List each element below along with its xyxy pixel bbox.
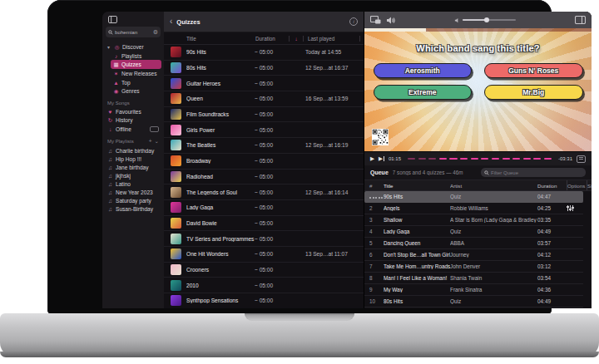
quiz-title: Radiohead	[186, 174, 255, 180]
lyrics-toggle-icon[interactable]	[577, 155, 586, 163]
sidebar-playlist-item[interactable]: ♫ New Year 2023	[105, 188, 161, 196]
quiz-duration: ~ 05:00	[255, 189, 288, 195]
column-artist[interactable]: Artist	[450, 183, 537, 189]
column-options[interactable]: Options	[567, 180, 587, 190]
answer-button[interactable]: Mr.Big	[484, 85, 583, 100]
queue-row[interactable]: 10 80s Hits Quiz 04:49	[364, 296, 583, 307]
quizzes-panel: ‹ Quizzes i Title Duration ↓ Last played…	[164, 12, 364, 308]
column-number[interactable]: #	[364, 183, 384, 189]
quiz-duration: ~ 05:00	[255, 96, 288, 101]
sidebar-playlist-item[interactable]: ♫ Charlie birthday	[105, 146, 161, 155]
queue-row[interactable]: 8 Man! I Feel Like a Woman! Shania Twain…	[364, 273, 583, 284]
sidebar-item[interactable]: ↓ Offline	[105, 125, 161, 133]
quiz-list-row[interactable]: 2010 ~ 05:00	[164, 278, 364, 293]
answer-button[interactable]: Extreme	[374, 85, 473, 100]
play-button[interactable]: ▶	[370, 156, 374, 162]
sidebar-item-discover[interactable]: ▾ ◎ Discover	[105, 42, 161, 52]
sidebar-item-label: Favourites	[116, 109, 141, 115]
quiz-artwork	[171, 78, 181, 89]
queue-row[interactable]: 2 Angels Robbie Williams 04:25	[364, 203, 583, 214]
laptop: bohemian ⚙ ▾ ◎ Discover ♪ Playlists	[0, 0, 599, 364]
quiz-list-row[interactable]: Synthpop Sensations ~ 05:00	[164, 293, 364, 308]
player-panel: Which band sang this title? Aerosmith Gu…	[364, 12, 592, 308]
sidebar-item[interactable]: ▦ Quizzes	[111, 60, 161, 69]
sidebar-playlist-item[interactable]: ♫ Hip Hop !!!	[105, 155, 161, 163]
filter-queue-input[interactable]: Filter Queue	[481, 168, 586, 177]
queue-row[interactable]: 90s Hits Quiz 04:47	[364, 191, 583, 203]
quiz-list-row[interactable]: The Legends of Soul ~ 05:00 12 Sep…at 16…	[164, 184, 364, 200]
song-progress-segments[interactable]	[405, 158, 554, 160]
quiz-list-row[interactable]: David Bowie ~ 05:00	[164, 216, 364, 232]
quiz-duration: ~ 05:00	[255, 49, 288, 55]
back-button[interactable]: ‹	[170, 17, 172, 26]
sidebar-item[interactable]: ♪ Playlists	[111, 52, 161, 60]
queue-row[interactable]: 6 Don't Stop Be…all Town Girl) Journey 0…	[364, 249, 583, 261]
volume-slider[interactable]	[454, 17, 516, 23]
queue-row[interactable]: 7 Take Me Hom…untry Roads John Denver 03…	[364, 261, 583, 273]
pitch-options-icon[interactable]	[567, 205, 574, 211]
discover-items: ♪ Playlists ▦ Quizzes ✶ New Releases	[102, 52, 164, 96]
queue-row[interactable]: 3 Shallow A Star is Born (Lady Gaga & Br…	[364, 214, 583, 226]
volume-knob[interactable]	[484, 17, 489, 22]
quiz-list-row[interactable]: Radiohead ~ 05:00	[164, 170, 364, 185]
search-input[interactable]: bohemian ⚙	[106, 27, 161, 37]
queue-row-number: 4	[369, 229, 373, 234]
chevron-down-icon[interactable]: ⌄	[155, 138, 159, 145]
sidebar-playlist-item[interactable]: ♫ Latino	[105, 180, 161, 188]
quiz-list-row[interactable]: Guitar Heroes ~ 05:00	[164, 76, 364, 91]
sidebar-playlist-item[interactable]: ♫ Susan-Birthday	[105, 204, 161, 213]
sidebar-item[interactable]: ✶ New Releases	[111, 69, 161, 78]
next-track-button[interactable]: ▶	[379, 156, 384, 162]
sidebar-playlist-item[interactable]: ♫ jkjhskj	[105, 171, 161, 180]
quiz-list-row[interactable]: Crooners ~ 05:00	[164, 263, 364, 278]
queue-row[interactable]: 5 Dancing Queen ABBA 03:57	[364, 238, 583, 249]
sidebar-item[interactable]: ↻ History	[105, 116, 161, 125]
column-duration[interactable]: Duration	[255, 36, 290, 42]
quiz-list-row[interactable]: 80s Hits ~ 05:00 12 Sep…at 16:37	[164, 61, 364, 76]
quiz-list-row[interactable]: Girls Power ~ 05:00	[164, 122, 364, 138]
info-icon[interactable]: i	[349, 17, 358, 26]
queue-song-title: Take Me Hom…untry Roads	[384, 263, 450, 269]
search-settings-gear-icon[interactable]: ⚙	[153, 29, 158, 35]
sidebar-item[interactable]: ♥ Favourites	[105, 107, 161, 116]
sidebar-item-label: Genres	[121, 88, 140, 94]
queue-song-title: 80s Hits	[384, 298, 450, 304]
quiz-artwork	[171, 47, 181, 57]
quiz-list-row[interactable]: 90s Hits ~ 05:00 Today at 14:55	[164, 45, 364, 61]
queue-row[interactable]: 11 Guitar Heroes Quiz 04:49	[364, 307, 583, 308]
sidebar-item[interactable]: ▲ Top	[111, 78, 161, 86]
queue-row[interactable]: 9 My Way Frank Sinatra 04:36	[364, 284, 583, 296]
quiz-last-played: Today at 14:55	[301, 49, 364, 55]
column-last-played[interactable]: Last played	[304, 36, 360, 42]
add-playlist-icon[interactable]: +	[149, 138, 152, 145]
answer-button[interactable]: Guns N' Roses	[484, 63, 583, 78]
speaker-output-icon[interactable]	[386, 17, 395, 24]
quiz-list-row[interactable]: TV Series and Programmes ~ 05:00	[164, 231, 364, 247]
sort-arrow-icon[interactable]: ↓	[290, 36, 304, 42]
queue-row[interactable]: 4 Lady Gaga Quiz 04:49	[364, 226, 583, 238]
volume-track[interactable]	[463, 19, 516, 21]
queue-song-artist: Frank Sinatra	[450, 287, 537, 293]
quiz-list-row[interactable]: One Hit Wonders ~ 05:00 13 Sep…at 11:07	[164, 247, 364, 263]
column-title[interactable]: Title	[186, 36, 255, 42]
sidebar-playlist-item[interactable]: ♫ Saturday party	[105, 196, 161, 204]
sidebar-toggle-icon[interactable]	[108, 16, 117, 23]
queue-song-duration: 04:25	[537, 205, 567, 211]
quiz-list-row[interactable]: Queen ~ 05:00 16 Sep…at 13:59	[164, 91, 364, 107]
quiz-artwork	[171, 187, 181, 198]
column-duration[interactable]: Duration	[537, 180, 567, 190]
pip-window-icon[interactable]	[370, 16, 381, 24]
column-singer[interactable]: Singer	[587, 180, 592, 190]
quiz-list-row[interactable]: Broadway ~ 05:00	[164, 154, 364, 170]
quiz-list-row[interactable]: Film Soundtracks ~ 05:00	[164, 107, 364, 123]
queue-song-artist: Quiz	[450, 229, 537, 234]
quiz-list-row[interactable]: Lady Gaga ~ 05:00	[164, 200, 364, 216]
column-title[interactable]: Title	[384, 183, 450, 189]
display-panel-icon[interactable]	[575, 16, 586, 24]
sidebar-playlist-item[interactable]: ♫ Jane birthday	[105, 163, 161, 171]
queue-song-artist: Shania Twain	[450, 275, 537, 281]
quiz-list-row[interactable]: The Beatles ~ 05:00 12 Sep…at 16:19	[164, 138, 364, 154]
sidebar-item[interactable]: ◉ Genres	[111, 86, 161, 96]
answer-button[interactable]: Aerosmith	[374, 63, 473, 78]
offline-badge-icon	[150, 126, 159, 132]
